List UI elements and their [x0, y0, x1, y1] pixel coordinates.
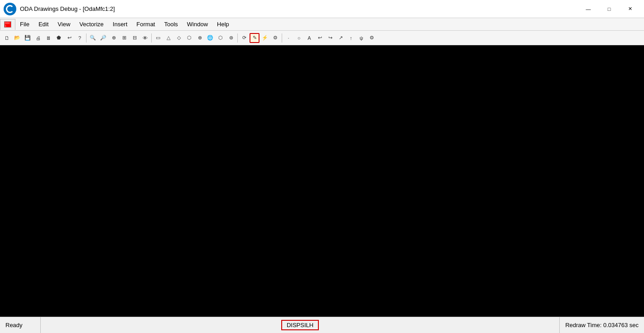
shape-button[interactable]: ⬡ [216, 33, 226, 43]
zoom-out-button[interactable]: 🔎 [98, 33, 108, 43]
doc-tab[interactable]: DOC 1 [0, 19, 15, 30]
globe-button[interactable]: 🌐 [205, 33, 215, 43]
settings-button2[interactable]: ⚙ [270, 33, 280, 43]
app-icon-inner [6, 5, 14, 13]
help-button[interactable]: ? [75, 33, 85, 43]
dot-button[interactable]: · [284, 33, 293, 43]
menu-bar: DOC 1 File Edit View Vectorize Insert Fo… [0, 18, 644, 31]
title-bar: ODA Drawings Debug - [OdaMfc1:2] — □ ✕ [0, 0, 644, 18]
menu-vectorize[interactable]: Vectorize [75, 19, 108, 29]
title-left: ODA Drawings Debug - [OdaMfc1:2] [4, 3, 115, 15]
mesh-button[interactable]: ⊛ [226, 33, 236, 43]
lightning-button[interactable]: ⚡ [260, 33, 270, 43]
preview-button[interactable]: 🗏 [43, 33, 53, 43]
toolbar: 🗋 📂 💾 🖨 🗏 ⬟ ↩ ? 🔍 🔎 ⊕ ⊞ ⊟ 👁 ▭ △ ◇ ⬡ ⊕ 🌐 … [0, 31, 644, 45]
circle2-button[interactable]: ○ [294, 33, 304, 43]
ready-text: Ready [5, 322, 23, 328]
zoom-window-button[interactable]: ⊞ [119, 33, 129, 43]
menu-insert[interactable]: Insert [108, 19, 132, 29]
sep4 [282, 33, 282, 43]
zoom-in-button[interactable]: 🔍 [88, 33, 98, 43]
circle-button[interactable]: ⊕ [195, 33, 205, 43]
menu-window[interactable]: Window [183, 19, 212, 29]
zoom-button[interactable]: ⊕ [109, 33, 119, 43]
arrow-up-button[interactable]: ↑ [346, 33, 356, 43]
fork-button[interactable]: ψ [356, 33, 366, 43]
maximize-button[interactable]: □ [599, 2, 620, 16]
hex-button[interactable]: ⬡ [184, 33, 194, 43]
print-button[interactable]: 🖨 [33, 33, 43, 43]
status-redraw: Redraw Time: 0.034763 sec [559, 317, 644, 333]
menu-file[interactable]: File [15, 19, 34, 29]
pencil-button[interactable]: ✎ [250, 33, 260, 43]
title-text: ODA Drawings Debug - [OdaMfc1:2] [20, 5, 115, 12]
config-button[interactable]: ⚙ [367, 33, 377, 43]
save-button[interactable]: 💾 [23, 33, 33, 43]
status-center: DISPSILH [41, 320, 559, 330]
triangle-button[interactable]: △ [163, 33, 173, 43]
arrow-ne-button[interactable]: ↗ [336, 33, 346, 43]
menu-format[interactable]: Format [132, 19, 159, 29]
doc-tab-badge: DOC 1 [5, 22, 11, 27]
menu-edit[interactable]: Edit [34, 19, 53, 29]
status-bar: Ready DISPSILH Redraw Time: 0.034763 sec [0, 317, 644, 333]
zoom-extents-button[interactable]: ⊟ [130, 33, 139, 43]
status-dispsilh: DISPSILH [281, 320, 319, 330]
open-button[interactable]: 📂 [12, 33, 22, 43]
close-button[interactable]: ✕ [620, 2, 640, 16]
canvas-area[interactable] [0, 45, 644, 317]
view-button[interactable]: 👁 [140, 33, 150, 43]
redraw-text: Redraw Time: 0.034763 sec [565, 322, 639, 328]
undo-button2[interactable]: ↩ [64, 33, 74, 43]
tool-a-button[interactable]: ⬟ [54, 33, 64, 43]
menu-help[interactable]: Help [212, 19, 234, 29]
sep1 [86, 33, 87, 43]
diamond-button[interactable]: ◇ [174, 33, 184, 43]
sep3 [237, 33, 238, 43]
app-icon [4, 3, 16, 15]
doc-tab-icon: DOC 1 [4, 21, 11, 28]
new-button[interactable]: 🗋 [2, 33, 12, 43]
status-ready: Ready [0, 317, 41, 333]
title-controls: — □ ✕ [578, 2, 640, 16]
text-button[interactable]: A [304, 33, 314, 43]
sep2 [151, 33, 152, 43]
menu-view[interactable]: View [53, 19, 75, 29]
back-button[interactable]: ↩ [315, 33, 325, 43]
menu-tools[interactable]: Tools [159, 19, 182, 29]
rect-button[interactable]: ▭ [153, 33, 163, 43]
minimize-button[interactable]: — [578, 2, 599, 16]
refresh-button[interactable]: ⟳ [239, 33, 249, 43]
forward-button[interactable]: ↪ [325, 33, 335, 43]
